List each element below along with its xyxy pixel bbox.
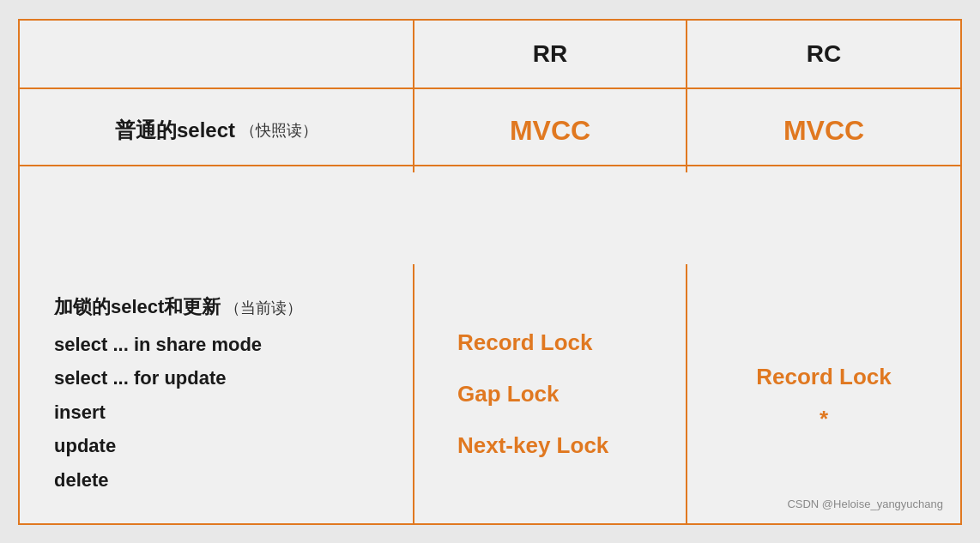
row2-heading-sub: （当前读） bbox=[225, 299, 302, 317]
row1-rr-value: MVCC bbox=[510, 115, 590, 147]
main-table: RR RC 普通的select （快照读） MVCC MVCC 加锁的selec… bbox=[18, 19, 962, 525]
rr-record-lock: Record Lock bbox=[457, 320, 593, 365]
row2-line4: insert bbox=[54, 395, 378, 430]
row2-rr: Record Lock Gap Lock Next-key Lock bbox=[414, 264, 687, 523]
row2-col1: 加锁的select和更新 （当前读） select ... in share m… bbox=[20, 264, 414, 523]
rc-header: RC bbox=[807, 40, 841, 68]
row2-line6: delete bbox=[54, 463, 378, 498]
rc-star: * bbox=[820, 406, 828, 432]
row1-rr: MVCC bbox=[414, 89, 687, 172]
rr-gap-lock: Gap Lock bbox=[457, 371, 559, 416]
rr-nextkey-lock: Next-key Lock bbox=[457, 423, 608, 468]
row2: 加锁的select和更新 （当前读） select ... in share m… bbox=[20, 264, 960, 523]
row1-col1: 普通的select （快照读） bbox=[20, 89, 414, 172]
row2-heading-line: 加锁的select和更新 （当前读） bbox=[54, 290, 378, 324]
rr-header: RR bbox=[533, 40, 567, 68]
row1-label-sub: （快照读） bbox=[240, 120, 318, 141]
header-row: RR RC bbox=[20, 21, 960, 89]
row2-line2: select ... in share mode bbox=[54, 328, 378, 362]
row1-rc-value: MVCC bbox=[783, 115, 864, 147]
row1: 普通的select （快照读） MVCC MVCC bbox=[20, 89, 960, 166]
header-col2: RR bbox=[414, 21, 687, 87]
row2-line5: update bbox=[54, 429, 378, 463]
watermark: CSDN @Heloise_yangyuchang bbox=[787, 498, 943, 510]
row2-rc: Record Lock * CSDN @Heloise_yangyuchang bbox=[687, 264, 960, 523]
row2-line3: select ... for update bbox=[54, 361, 378, 395]
row1-label-main: 普通的select bbox=[115, 117, 235, 144]
row2-heading-main: 加锁的select和更新 bbox=[54, 296, 221, 317]
row1-rc: MVCC bbox=[687, 89, 960, 172]
rc-record-lock: Record Lock bbox=[756, 354, 892, 399]
header-col3: RC bbox=[687, 21, 960, 87]
header-col1 bbox=[20, 21, 414, 87]
